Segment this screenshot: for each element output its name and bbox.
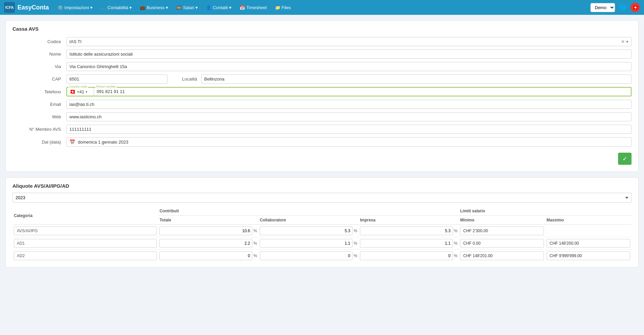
nav-item-contatti[interactable]: 👤 Contatti ▾ — [203, 3, 235, 12]
calendar-icon: 📅 — [69, 139, 75, 145]
pct-icon-collab-1: % — [354, 241, 357, 246]
nome-input[interactable] — [66, 50, 632, 59]
cap-localita-row: CAP Località — [12, 74, 632, 84]
input-totale-2[interactable] — [159, 251, 252, 260]
timesheet-icon: 📅 — [240, 5, 245, 10]
membro-input[interactable] — [66, 125, 632, 134]
nav-item-timesheet[interactable]: 📅 Timesheet — [236, 3, 270, 12]
email-input[interactable] — [66, 100, 632, 109]
cell-massimo-0 — [545, 225, 632, 237]
email-row: Email — [12, 100, 632, 109]
th-contributi: Contributi — [158, 207, 459, 216]
input-massimo-1[interactable] — [547, 239, 630, 248]
nome-row: Nome — [12, 50, 632, 59]
country-code-value: +41 — [77, 89, 84, 94]
input-massimo-2[interactable] — [547, 251, 630, 260]
cell-categoria-2 — [12, 250, 158, 262]
cell-minimo-2 — [459, 250, 545, 262]
cell-massimo-1 — [545, 237, 632, 250]
cell-totale-1: % — [158, 237, 258, 250]
nav-item-files[interactable]: 📁 Files — [272, 3, 294, 12]
phone-wrapper: Country code 🇨🇭 +41 ▾ Phone number — [66, 87, 632, 96]
brand: ICFA EasyConta — [4, 2, 49, 13]
input-minimo-1[interactable] — [460, 239, 544, 248]
settings-icon: ⚙️ — [58, 5, 63, 10]
save-btn-wrapper: ✓ — [12, 150, 632, 166]
nav-item-business[interactable]: 💼 Business ▾ — [136, 3, 172, 12]
codice-icons[interactable]: ✕ ▾ — [621, 39, 628, 44]
cell-totale-0: % — [158, 225, 258, 237]
phone-number-wrapper: Phone number — [94, 88, 631, 96]
chevron-down-icon: ▾ — [195, 5, 198, 10]
dal-value: domenica 1 gennaio 2023 — [78, 140, 128, 145]
globe-button[interactable]: 🌐 — [616, 2, 629, 12]
main-content: Cassa AVS Codice IAS TI ✕ ▾ Nome Via CAP — [0, 15, 644, 278]
input-impresa-1[interactable] — [360, 239, 453, 248]
input-categoria-0[interactable] — [14, 226, 157, 235]
input-categoria-1[interactable] — [14, 239, 157, 248]
th-collaboratore: Collaboratore — [258, 216, 359, 225]
clear-icon[interactable]: ✕ — [621, 39, 625, 44]
codice-label: Codice — [12, 39, 66, 44]
table-header-row: Categoria Contributi Limiti salario — [12, 207, 632, 216]
input-categoria-2[interactable] — [14, 251, 157, 260]
pct-icon-collab-0: % — [354, 229, 357, 233]
demo-select[interactable]: Demo — [590, 3, 615, 12]
save-button[interactable]: ✓ — [618, 153, 632, 165]
brand-icon: ICFA — [4, 2, 15, 13]
nav-item-impostazioni[interactable]: ⚙️ Impostazioni ▾ — [54, 3, 96, 12]
membro-label: N° Membro AVS — [12, 127, 66, 132]
input-minimo-2[interactable] — [460, 251, 544, 260]
input-totale-0[interactable] — [159, 226, 252, 235]
phone-number-input[interactable] — [97, 89, 628, 94]
web-input[interactable] — [66, 112, 632, 121]
membro-row: N° Membro AVS — [12, 125, 632, 134]
nav-item-contabilita[interactable]: ⚖️ Contabilità ▾ — [97, 3, 135, 12]
input-minimo-0[interactable] — [460, 226, 544, 235]
year-select-wrapper: 2023 — [12, 193, 632, 203]
nav-item-salari[interactable]: 🎞️ Salari ▾ — [173, 3, 201, 12]
email-label: Email — [12, 102, 66, 107]
cell-massimo-2 — [545, 250, 632, 262]
chevron-down-icon: ▾ — [129, 5, 132, 10]
dal-row: Dal (data) 📅 domenica 1 gennaio 2023 — [12, 137, 632, 147]
swiss-flag-icon: 🇨🇭 — [70, 89, 75, 94]
telefono-row: Telefono Country code 🇨🇭 +41 ▾ Phone num… — [12, 87, 632, 96]
cell-collab-1: % — [258, 237, 359, 250]
aliquote-card: Aliquote AVS/AI/IPG/AD 2023 Categoria Co… — [5, 177, 639, 268]
input-collab-2[interactable] — [260, 251, 353, 260]
video-icon: 🎞️ — [176, 5, 182, 10]
pct-icon-totale-2: % — [253, 253, 257, 258]
input-impresa-2[interactable] — [360, 251, 453, 260]
input-totale-1[interactable] — [159, 239, 252, 248]
input-impresa-0[interactable] — [360, 226, 453, 235]
flag-button[interactable]: 🇨🇭 — [631, 3, 640, 12]
cap-input[interactable] — [66, 74, 167, 84]
navbar: ICFA EasyConta ⚙️ Impostazioni ▾ ⚖️ Cont… — [0, 0, 644, 15]
chevron-down-icon: ▾ — [86, 90, 87, 94]
pct-icon-collab-2: % — [354, 253, 357, 258]
cell-collab-0: % — [258, 225, 359, 237]
localita-input[interactable] — [201, 74, 632, 84]
cell-collab-2: % — [258, 250, 359, 262]
input-massimo-0[interactable] — [547, 226, 630, 235]
input-collab-1[interactable] — [260, 239, 353, 248]
web-row: Web — [12, 112, 632, 121]
codice-value: IAS TI — [69, 39, 621, 44]
telefono-label: Telefono — [12, 89, 66, 94]
via-label: Via — [12, 64, 66, 69]
date-wrapper[interactable]: 📅 domenica 1 gennaio 2023 — [66, 137, 632, 147]
country-code-select[interactable]: Country code 🇨🇭 +41 ▾ — [67, 88, 94, 96]
pct-icon-impresa-1: % — [454, 241, 458, 246]
table-row: % % % — [12, 237, 632, 250]
cassa-avs-title: Cassa AVS — [12, 26, 632, 32]
nome-label: Nome — [12, 52, 66, 57]
via-input[interactable] — [66, 62, 632, 71]
chevron-down-icon[interactable]: ▾ — [626, 39, 628, 44]
chevron-down-icon: ▾ — [90, 5, 93, 10]
th-minimo: Minimo — [459, 216, 545, 225]
year-select[interactable]: 2023 — [12, 193, 632, 203]
pct-icon-totale-0: % — [253, 229, 257, 233]
cell-minimo-1 — [459, 237, 545, 250]
input-collab-0[interactable] — [260, 226, 353, 235]
